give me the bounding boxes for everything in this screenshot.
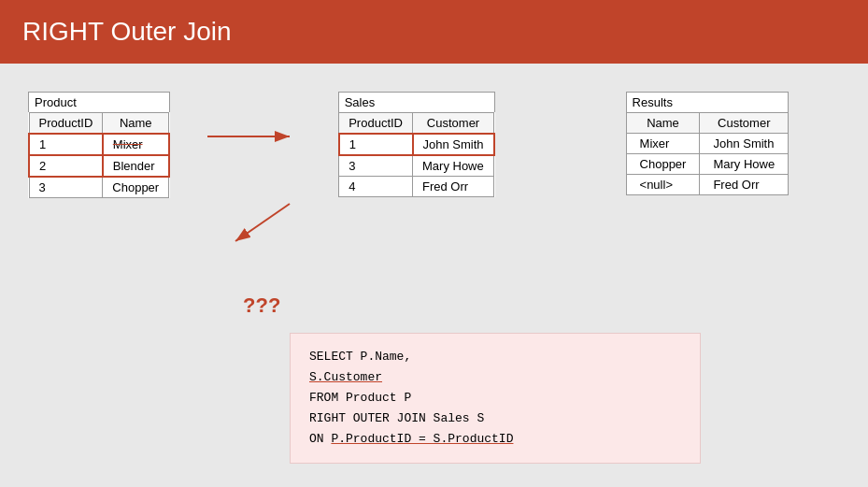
product-row-3: 3 Chopper <box>29 177 169 198</box>
sales-col-customer: Customer <box>413 113 494 135</box>
sql-line-1: SELECT P.Name, <box>309 347 681 367</box>
sales-table: Sales ProductID Customer 1 John Smith 3 … <box>338 92 495 197</box>
product-table-wrapper: Product ProductID Name 1 Mixer 2 Blender <box>28 92 170 198</box>
results-caption: Results <box>626 92 790 112</box>
page-header: RIGHT Outer Join <box>0 0 868 64</box>
results-row-2: Chopper Mary Howe <box>626 154 789 175</box>
sql-code-box: SELECT P.Name, S.Customer FROM Product P… <box>290 333 701 464</box>
sales-id-3: 4 <box>339 177 413 197</box>
results-customer-1: John Smith <box>700 134 789 154</box>
product-name-2: Blender <box>103 155 169 177</box>
sql-line-3: FROM Product P <box>309 388 681 408</box>
sales-customer-1: John Smith <box>413 134 494 155</box>
results-customer-3: Fred Orr <box>700 175 789 195</box>
product-id-1: 1 <box>29 134 103 155</box>
sales-table-wrapper: Sales ProductID Customer 1 John Smith 3 … <box>338 92 495 197</box>
product-name-1: Mixer <box>103 134 169 155</box>
sql-productid-underline: P.ProductID = S.ProductID <box>331 432 513 446</box>
arrow-area <box>207 92 301 288</box>
product-id-3: 3 <box>29 177 103 198</box>
page-title: RIGHT Outer Join <box>22 17 232 47</box>
product-row-1: 1 Mixer <box>29 134 169 155</box>
sales-col-id: ProductID <box>339 113 413 135</box>
main-content: Product ProductID Name 1 Mixer 2 Blender <box>0 64 868 482</box>
product-table: Product ProductID Name 1 Mixer 2 Blender <box>28 92 170 198</box>
results-table: Results Name Customer Mixer John Smith C… <box>626 92 790 195</box>
sql-line-2: S.Customer <box>309 367 681 388</box>
product-row-2: 2 Blender <box>29 155 169 177</box>
sales-row-1: 1 John Smith <box>339 134 494 155</box>
sql-line-5: ON P.ProductID = S.ProductID <box>309 429 681 450</box>
results-col-name: Name <box>626 113 700 134</box>
product-col-name: Name <box>103 113 169 135</box>
svg-line-2 <box>235 204 290 241</box>
product-name-3: Chopper <box>103 177 169 198</box>
results-row-1: Mixer John Smith <box>626 134 789 154</box>
results-name-2: Chopper <box>626 154 700 175</box>
results-table-wrapper: Results Name Customer Mixer John Smith C… <box>626 92 790 195</box>
sales-customer-3: Fred Orr <box>413 177 494 197</box>
tables-area: Product ProductID Name 1 Mixer 2 Blender <box>28 92 840 288</box>
results-col-customer: Customer <box>700 113 789 134</box>
question-marks: ??? <box>243 294 840 318</box>
results-row-3: <null> Fred Orr <box>626 175 789 195</box>
sales-row-2: 3 Mary Howe <box>339 155 494 177</box>
sales-customer-2: Mary Howe <box>413 155 494 177</box>
product-caption: Product <box>28 92 170 112</box>
product-col-id: ProductID <box>29 113 103 135</box>
sales-id-2: 3 <box>339 155 413 177</box>
arrows-svg <box>207 120 301 288</box>
sales-caption: Sales <box>338 92 495 112</box>
results-customer-2: Mary Howe <box>700 154 789 175</box>
sales-row-3: 4 Fred Orr <box>339 177 494 197</box>
sales-id-1: 1 <box>339 134 413 155</box>
results-name-3: <null> <box>626 175 700 195</box>
results-name-1: Mixer <box>626 134 700 154</box>
sql-line-4: RIGHT OUTER JOIN Sales S <box>309 408 681 429</box>
sql-customer-underline: S.Customer <box>309 370 382 384</box>
product-id-2: 2 <box>29 155 103 177</box>
